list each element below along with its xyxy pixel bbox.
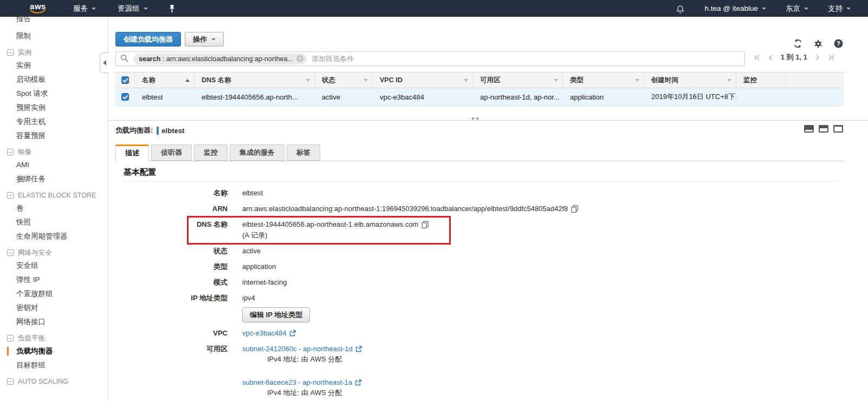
vpc-row: vpc-e3bac484 — [242, 328, 296, 338]
search-icon — [120, 54, 128, 64]
panel-size-medium-icon[interactable] — [819, 125, 828, 133]
pushpin-icon[interactable] — [169, 4, 176, 13]
collapse-section-icon[interactable] — [7, 149, 14, 155]
pagination-label: 1 到 1, 1 — [781, 52, 807, 62]
chevron-down-icon — [144, 8, 148, 10]
sidebar-section-ebs[interactable]: ELASTIC BLOCK STORE — [0, 189, 108, 201]
name-label: 名称 — [124, 188, 228, 198]
collapse-section-icon[interactable] — [7, 49, 14, 56]
select-all-cell — [115, 73, 135, 88]
subnet2-row: subnet-6acece23 - ap-northeast-1a — [242, 378, 361, 387]
sidebar-section-instances[interactable]: 实例 — [0, 47, 108, 58]
nav-account-label: h.tea @ iteablue — [704, 4, 758, 12]
last-page-icon[interactable] — [827, 54, 834, 61]
col-header-status[interactable]: 状态 — [315, 73, 373, 88]
nav-region-menu[interactable]: 东京 — [786, 4, 808, 14]
sidebar-item-limits[interactable]: 限制 — [0, 29, 108, 43]
sidebar-item-launch-templates[interactable]: 启动模板 — [0, 73, 108, 87]
external-link-icon — [355, 346, 362, 352]
nav-resource-groups-menu[interactable]: 资源组 — [118, 4, 148, 14]
collapse-section-icon[interactable] — [7, 335, 14, 341]
splitter-drag-handle[interactable] — [472, 117, 478, 120]
sidebar-item-target-groups[interactable]: 目标群组 — [0, 358, 108, 372]
refresh-icon[interactable] — [793, 39, 802, 48]
cell-created: 2019年10月16日 UTC+8下... — [644, 92, 736, 102]
sidebar-collapse-handle[interactable] — [100, 52, 109, 73]
aws-logo[interactable]: aws — [30, 3, 46, 15]
collapse-section-icon[interactable] — [7, 192, 14, 199]
subnet2-ipv4-note: IPv4 地址: 由 AWS 分配 — [267, 388, 342, 398]
sidebar-item-snapshots[interactable]: 快照 — [0, 215, 108, 229]
search-filter-tag[interactable]: search : arn:aws:elasticloadbalancing:ap… — [133, 54, 307, 64]
tab-listeners[interactable]: 侦听器 — [151, 144, 192, 161]
sidebar-section-load-balancing[interactable]: 负载平衡 — [0, 332, 108, 344]
table-row[interactable]: elbtest elbtest-1944405656.ap-north... a… — [115, 88, 844, 106]
panel-size-small-icon[interactable] — [804, 125, 814, 133]
tab-monitoring[interactable]: 监控 — [194, 144, 228, 161]
col-header-type[interactable]: 类型 — [563, 73, 644, 88]
chevron-down-icon — [92, 8, 96, 10]
sidebar-item-ami[interactable]: AMI — [0, 158, 108, 172]
tab-description[interactable]: 描述 — [115, 144, 149, 161]
sidebar-item-placement-groups[interactable]: 个置放群组 — [0, 287, 108, 301]
dns-name-label: DNS 名称 — [124, 220, 228, 229]
collapse-section-icon[interactable] — [7, 249, 14, 256]
next-page-icon[interactable] — [814, 54, 821, 61]
collapse-section-icon[interactable] — [7, 378, 14, 385]
filter-search-bar[interactable]: search : arn:aws:elasticloadbalancing:ap… — [115, 51, 745, 66]
col-header-az[interactable]: 可用区 — [473, 73, 563, 88]
gear-icon[interactable] — [814, 40, 822, 48]
actions-button[interactable]: 操作 — [185, 32, 224, 47]
scheme-value: internet-facing — [242, 278, 287, 287]
sidebar-item-dedicated-hosts[interactable]: 专用主机 — [0, 115, 108, 129]
aws-console: aws 服务 资源组 h.tea @ iteablue 东京 支持 — [0, 0, 868, 401]
col-header-vpc-id[interactable]: VPC ID — [373, 73, 473, 88]
sidebar-item-reserved-instances[interactable]: 预留实例 — [0, 101, 108, 115]
remove-filter-icon[interactable] — [296, 55, 303, 62]
sidebar-item-lifecycle-manager[interactable]: 生命周期管理器 — [0, 229, 108, 244]
nav-account-menu[interactable]: h.tea @ iteablue — [704, 4, 766, 12]
tab-integrated-services[interactable]: 集成的服务 — [230, 144, 284, 161]
sidebar-item-elastic-ips[interactable]: 弹性 IP — [0, 273, 108, 287]
sidebar-item-volumes[interactable]: 卷 — [0, 201, 108, 215]
first-page-icon[interactable] — [754, 54, 761, 61]
bell-icon[interactable] — [676, 4, 685, 14]
panel-size-large-icon[interactable] — [833, 125, 843, 133]
sidebar-section-network-security[interactable]: 网络与安全 — [0, 247, 108, 259]
col-header-name[interactable]: 名称 — [135, 73, 195, 88]
col-header-monitoring[interactable]: 监控 — [736, 73, 786, 88]
row-checkbox[interactable] — [121, 93, 129, 101]
sidebar-item-security-groups[interactable]: 安全组 — [0, 259, 108, 273]
prev-page-icon[interactable] — [767, 54, 774, 61]
nav-support-menu[interactable]: 支持 — [828, 4, 851, 14]
sidebar-item-reports[interactable]: 报告 — [0, 17, 108, 26]
tab-tags[interactable]: 标签 — [287, 144, 320, 161]
cell-dns: elbtest-1944405656.ap-north... — [195, 93, 315, 101]
sidebar-item-bundle-tasks[interactable]: 捆绑任务 — [0, 172, 108, 186]
col-header-dns[interactable]: DNS 名称 — [195, 73, 315, 88]
arn-value: arn:aws:elasticloadbalancing:ap-northeas… — [242, 204, 568, 214]
help-icon[interactable]: ? — [834, 39, 843, 48]
sidebar-item-key-pairs[interactable]: 密钥对 — [0, 301, 108, 315]
select-all-checkbox[interactable] — [121, 76, 129, 84]
sidebar-section-auto-scaling[interactable]: AUTO SCALING — [0, 376, 108, 387]
panel-divider-top — [109, 118, 868, 119]
vpc-link[interactable]: vpc-e3bac484 — [242, 328, 296, 338]
subnet2-link[interactable]: subnet-6acece23 - ap-northeast-1a — [242, 378, 361, 387]
sidebar-item-capacity-reservations[interactable]: 容量预留 — [0, 129, 108, 143]
sidebar-item-network-interfaces[interactable]: 网络接口 — [0, 315, 108, 329]
sidebar-item-instances[interactable]: 实例 — [0, 58, 108, 73]
copy-icon[interactable] — [571, 205, 578, 213]
sidebar-item-spot-requests[interactable]: Spot 请求 — [0, 87, 108, 101]
edit-ip-address-type-button[interactable]: 编辑 IP 地址类型 — [242, 307, 310, 323]
sidebar-section-images[interactable]: 映像 — [0, 146, 108, 158]
sidebar-item-load-balancers[interactable]: 负载均衡器 — [0, 344, 108, 358]
vpc-label: VPC — [124, 328, 228, 338]
create-load-balancer-button[interactable]: 创建负载均衡器 — [115, 32, 181, 47]
nav-services-menu[interactable]: 服务 — [73, 4, 96, 14]
subnet1-link[interactable]: subnet-2412060c - ap-northeast-1d — [242, 344, 362, 354]
add-filter-input[interactable] — [312, 55, 740, 63]
col-header-created[interactable]: 创建时间 — [644, 73, 736, 88]
cell-status: active — [315, 93, 373, 101]
copy-icon[interactable] — [422, 221, 429, 228]
